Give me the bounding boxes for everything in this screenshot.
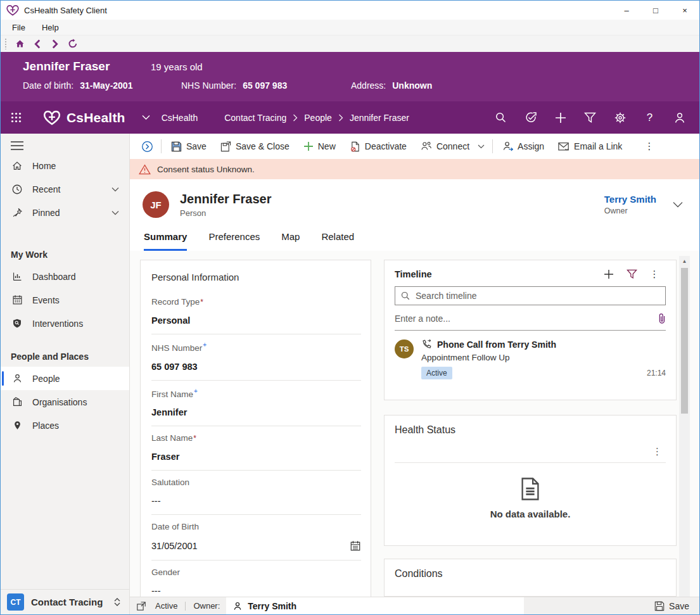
record-status: Active: [155, 601, 177, 611]
hamburger-menu-icon[interactable]: [1, 134, 129, 154]
field-value[interactable]: ---: [151, 496, 361, 506]
dob-value: 31-May-2001: [80, 80, 132, 91]
field-value[interactable]: 31/05/2001: [151, 541, 198, 551]
menu-file[interactable]: File: [12, 23, 25, 32]
cshealth-heart-logo-icon: [6, 4, 20, 16]
cshealth-brand[interactable]: CsHealth: [42, 109, 125, 126]
entry-subtitle: Appointment Follow Up: [421, 353, 666, 362]
save-floppy-icon: [654, 601, 665, 611]
menu-help[interactable]: Help: [42, 23, 59, 32]
environment-name[interactable]: CsHealth: [162, 113, 198, 123]
save-and-close-button[interactable]: Save & Close: [213, 137, 296, 156]
sidebar-item-people[interactable]: People: [1, 367, 129, 390]
more-commands-icon[interactable]: ⋮: [638, 141, 660, 152]
maximize-button[interactable]: □: [641, 1, 670, 20]
empty-state-message: No data available.: [490, 509, 571, 519]
breadcrumb-people[interactable]: People: [304, 113, 332, 123]
brand-name: CsHealth: [67, 110, 125, 125]
navigation-toolbar: [1, 35, 699, 52]
tab-summary[interactable]: Summary: [144, 230, 187, 251]
field-salutation: Salutation ---: [151, 470, 361, 514]
deactivate-button[interactable]: Deactivate: [343, 137, 414, 156]
timeline-filter-icon[interactable]: [620, 269, 643, 279]
app-window: CsHealth Safety Client – □ × File Help J…: [0, 0, 700, 615]
field-value[interactable]: Personal: [151, 315, 361, 326]
waffle-menu-icon[interactable]: [1, 101, 31, 134]
breadcrumb-jennifer-fraser[interactable]: Jennifer Fraser: [350, 113, 409, 123]
statusbar-save-button[interactable]: Save: [654, 601, 689, 611]
settings-gear-icon[interactable]: [605, 104, 635, 132]
collapse-panel-button[interactable]: [136, 137, 158, 156]
breadcrumb-contact-tracing[interactable]: Contact Tracing: [224, 113, 286, 123]
sidebar-item-pinned[interactable]: Pinned: [1, 201, 129, 224]
sidebar-item-organisations[interactable]: Organisations: [1, 390, 129, 414]
timeline-entry-phone-call[interactable]: TS Phone Call from Terry Smith Appointme…: [395, 339, 666, 379]
help-icon[interactable]: ?: [635, 104, 665, 132]
back-icon[interactable]: [30, 37, 45, 51]
health-status-more-icon[interactable]: ⋮: [649, 445, 666, 459]
task-checker-icon[interactable]: [516, 104, 545, 132]
tab-preferences[interactable]: Preferences: [208, 230, 260, 251]
timeline-search-input[interactable]: [416, 291, 660, 301]
email-a-link-button[interactable]: Email a Link: [551, 137, 629, 156]
tab-related[interactable]: Related: [321, 230, 354, 251]
app-switcher-chevron-icon[interactable]: [142, 115, 150, 120]
menu-bar: File Help: [1, 20, 699, 35]
close-button[interactable]: ×: [670, 1, 699, 20]
forward-icon[interactable]: [48, 37, 63, 51]
scroll-up-arrow-icon[interactable]: ▲: [682, 256, 687, 264]
owner-label: Owner:: [193, 601, 220, 611]
filter-icon[interactable]: [575, 104, 605, 132]
breadcrumb: Contact Tracing People Jennifer Fraser: [224, 113, 409, 123]
sidebar-item-interventions[interactable]: Interventions: [1, 312, 129, 335]
home-nav-icon[interactable]: [12, 37, 27, 51]
owner-value: Terry Smith: [248, 601, 296, 611]
sidebar-item-dashboard[interactable]: Dashboard: [1, 265, 129, 288]
quick-create-plus-icon[interactable]: [545, 104, 575, 132]
new-plus-icon: [303, 141, 314, 151]
area-badge: CT: [7, 593, 24, 611]
attachment-paperclip-icon[interactable]: [658, 313, 666, 324]
new-button[interactable]: New: [296, 137, 343, 156]
popout-icon[interactable]: [136, 601, 146, 611]
sidebar-item-home[interactable]: Home: [1, 154, 129, 177]
save-button[interactable]: Save: [164, 137, 213, 156]
title-bar: CsHealth Safety Client – □ ×: [1, 1, 699, 20]
sidebar-item-label: Places: [32, 421, 59, 431]
owner-lookup-field[interactable]: Terry Smith: [226, 597, 524, 614]
connect-dropdown-chevron-icon[interactable]: [473, 144, 490, 149]
field-record-type: Record Type* Personal: [151, 290, 361, 334]
account-person-icon[interactable]: [665, 104, 694, 132]
toolbar-grip[interactable]: [4, 38, 7, 49]
area-switcher[interactable]: CT Contact Tracing: [1, 589, 129, 614]
sidebar-item-places[interactable]: Places: [1, 414, 129, 437]
refresh-icon[interactable]: [65, 37, 80, 51]
nhs-label: NHS Number:: [181, 80, 236, 91]
minimize-button[interactable]: –: [612, 1, 641, 20]
field-value[interactable]: Fraser: [151, 452, 361, 462]
site-map-sidebar: Home Recent Pinned My Work Dashboard: [1, 134, 130, 614]
tab-map[interactable]: Map: [281, 230, 300, 251]
brand-heart-icon: [42, 109, 61, 126]
connect-button[interactable]: Connect: [414, 137, 473, 156]
search-icon[interactable]: [486, 104, 516, 132]
owner-link[interactable]: Terry Smith: [604, 194, 656, 205]
timeline-more-icon[interactable]: ⋮: [643, 269, 666, 280]
calendar-picker-icon[interactable]: [350, 540, 361, 552]
field-value[interactable]: Jennifer: [151, 407, 361, 417]
app-navbar: CsHealth CsHealth Contact Tracing People…: [1, 101, 699, 134]
note-input[interactable]: [395, 314, 658, 324]
timeline-add-icon[interactable]: [597, 269, 620, 279]
scrollbar-thumb[interactable]: [681, 268, 688, 414]
chevron-down-icon[interactable]: [111, 210, 119, 215]
field-value[interactable]: ---: [151, 586, 361, 596]
sidebar-item-events[interactable]: Events: [1, 288, 129, 312]
header-chevron-down-icon[interactable]: [673, 201, 683, 208]
vertical-scrollbar[interactable]: ▲: [679, 256, 690, 597]
chevron-down-icon[interactable]: [111, 187, 119, 192]
email-link-icon: [558, 142, 570, 151]
home-icon: [11, 160, 23, 171]
sidebar-item-recent[interactable]: Recent: [1, 177, 129, 201]
field-value[interactable]: 65 097 983: [151, 362, 361, 372]
assign-button[interactable]: Assign: [495, 137, 551, 156]
